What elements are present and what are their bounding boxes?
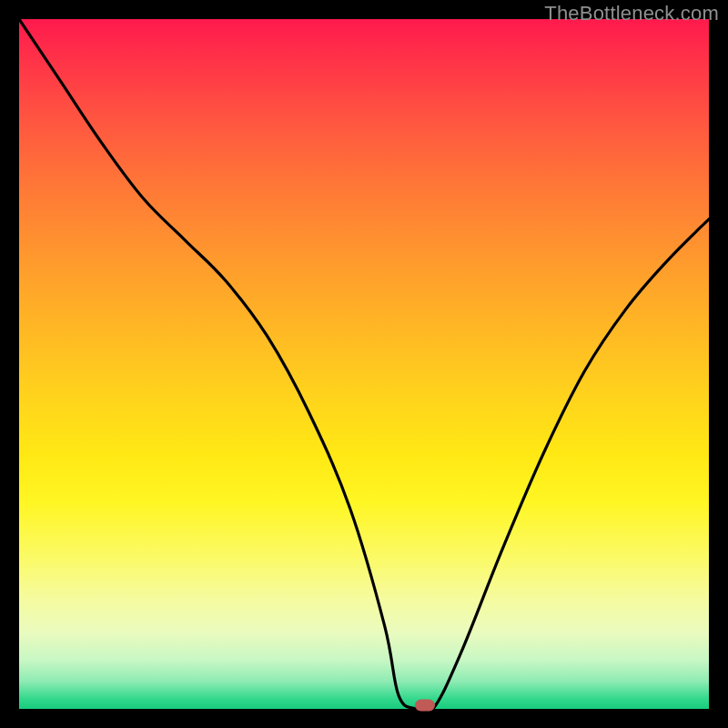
chart-frame: TheBottleneck.com [0,0,728,728]
watermark-text: TheBottleneck.com [544,2,719,25]
bottleneck-curve [19,19,709,709]
chart-plot-area [19,19,709,709]
optimal-point-marker [415,700,435,712]
